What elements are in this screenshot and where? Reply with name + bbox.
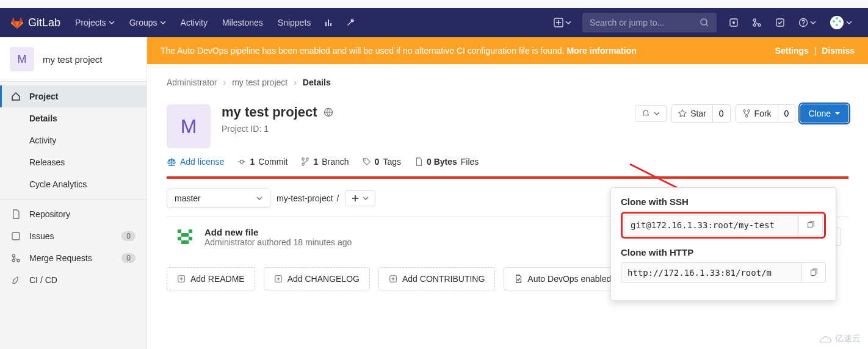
nav-wrench-icon[interactable] <box>340 8 362 37</box>
brand-text: GitLab <box>28 16 60 29</box>
breadcrumb-project[interactable]: my test project <box>232 77 288 87</box>
star-count: 0 <box>713 104 731 123</box>
plus-box-icon <box>274 275 283 283</box>
svg-rect-29 <box>178 229 181 233</box>
fork-icon <box>742 109 751 118</box>
sidebar-item-project[interactable]: Project <box>0 85 146 107</box>
banner-dismiss-link[interactable]: Dismiss <box>822 46 855 56</box>
star-icon <box>678 109 687 118</box>
stat-tags[interactable]: 0Tags <box>363 157 401 167</box>
scale-icon <box>167 157 176 167</box>
nav-snippets[interactable]: Snippets <box>270 8 318 37</box>
path-root[interactable]: my-test-project <box>277 193 333 203</box>
stat-commits[interactable]: 1Commit <box>237 157 288 167</box>
sidebar-item-releases[interactable]: Releases <box>0 151 146 173</box>
stat-branches[interactable]: 1Branch <box>301 157 349 167</box>
chevron-down-icon <box>810 20 816 26</box>
doc-icon <box>11 209 21 219</box>
svg-point-11 <box>833 20 835 23</box>
banner-settings-link[interactable]: Settings <box>775 46 809 56</box>
nav-chart-icon[interactable] <box>318 8 340 37</box>
svg-rect-15 <box>12 232 20 240</box>
svg-rect-32 <box>178 237 181 240</box>
add-file-dropdown[interactable] <box>345 190 375 206</box>
notifications-dropdown[interactable] <box>635 105 667 122</box>
add-readme-button[interactable]: Add README <box>167 267 255 290</box>
commit-title[interactable]: Add new file <box>204 227 352 237</box>
banner-more-link[interactable]: More information <box>566 46 636 56</box>
chevron-down-icon <box>654 110 660 117</box>
sidebar-item-repository[interactable]: Repository <box>0 203 146 225</box>
new-dropdown[interactable] <box>549 15 576 30</box>
add-license-link[interactable]: Add license <box>167 157 224 167</box>
copy-icon <box>806 221 815 229</box>
sidebar-item-issues[interactable]: Issues 0 <box>0 225 146 247</box>
help-icon[interactable] <box>792 8 822 37</box>
stat-size[interactable]: 0 BytesFiles <box>414 157 479 167</box>
svg-point-22 <box>745 115 748 118</box>
chevron-down-icon <box>565 20 571 26</box>
sidebar-item-details[interactable]: Details <box>0 107 146 129</box>
chevron-down-icon <box>363 195 369 201</box>
svg-point-13 <box>836 24 838 26</box>
globe-icon <box>324 107 333 117</box>
todos-icon[interactable] <box>769 8 791 37</box>
svg-point-4 <box>753 19 756 21</box>
svg-point-23 <box>241 160 244 163</box>
nav-groups[interactable]: Groups <box>122 8 173 37</box>
search-input[interactable] <box>590 18 700 27</box>
auto-devops-button[interactable]: Auto DevOps enabled <box>504 267 621 290</box>
gitlab-icon <box>10 15 24 30</box>
svg-point-14 <box>836 17 838 20</box>
sidebar-item-merge[interactable]: Merge Requests 0 <box>0 247 146 269</box>
nav-milestones[interactable]: Milestones <box>215 8 270 37</box>
breadcrumb-admin[interactable]: Administrator <box>167 77 217 87</box>
svg-point-3 <box>732 21 735 24</box>
add-changelog-button[interactable]: Add CHANGELOG <box>264 267 370 290</box>
project-avatar: M <box>10 47 34 71</box>
issues-sidebar-icon <box>11 231 21 241</box>
gitlab-logo[interactable]: GitLab <box>10 15 60 30</box>
project-id: Project ID: 1 <box>222 124 333 134</box>
svg-point-9 <box>803 24 804 26</box>
clone-http-title: Clone with HTTP <box>621 247 826 257</box>
clone-button[interactable]: Clone <box>800 104 848 123</box>
plus-box-icon <box>177 275 186 283</box>
bell-icon <box>642 109 650 118</box>
svg-point-16 <box>12 254 15 257</box>
identicon-icon <box>174 226 196 248</box>
svg-point-26 <box>302 164 305 166</box>
chevron-down-icon <box>256 195 262 201</box>
clone-ssh-title: Clone with SSH <box>621 196 826 207</box>
sidebar-item-activity[interactable]: Activity <box>0 129 146 151</box>
sidebar-project-header[interactable]: M my test project <box>0 37 146 82</box>
svg-point-17 <box>12 259 15 262</box>
add-contributing-button[interactable]: Add CONTRIBUTING <box>378 267 495 290</box>
breadcrumb-current: Details <box>303 77 331 87</box>
merge-icon[interactable] <box>746 8 768 37</box>
sidebar-item-cicd[interactable]: CI / CD <box>0 269 146 291</box>
clone-http-input[interactable]: http://172.16.1.33:81/root/m <box>621 262 802 283</box>
fork-button[interactable]: Fork <box>736 104 778 123</box>
star-button[interactable]: Star <box>671 104 713 123</box>
clone-ssh-input[interactable]: git@172.16.1.33:root/my-test <box>624 215 799 236</box>
svg-point-12 <box>839 20 841 23</box>
copy-ssh-button[interactable] <box>799 215 823 236</box>
plus-box-icon <box>389 275 397 283</box>
main: The Auto DevOps pipeline has been enable… <box>147 37 868 349</box>
user-menu[interactable] <box>823 8 858 37</box>
home-icon <box>11 92 21 101</box>
sidebar-label: Project <box>29 92 58 101</box>
svg-point-25 <box>306 158 309 160</box>
issues-icon[interactable] <box>723 8 745 37</box>
copy-http-button[interactable] <box>802 262 826 283</box>
nav-projects[interactable]: Projects <box>68 8 122 37</box>
search-box[interactable] <box>582 13 717 32</box>
svg-rect-40 <box>808 223 812 228</box>
svg-point-18 <box>17 259 20 262</box>
issues-count: 0 <box>121 231 136 241</box>
branch-dropdown[interactable]: master <box>167 189 270 208</box>
chevron-down-icon <box>160 20 166 26</box>
nav-activity[interactable]: Activity <box>173 8 215 37</box>
sidebar-item-cycle[interactable]: Cycle Analytics <box>0 173 146 195</box>
